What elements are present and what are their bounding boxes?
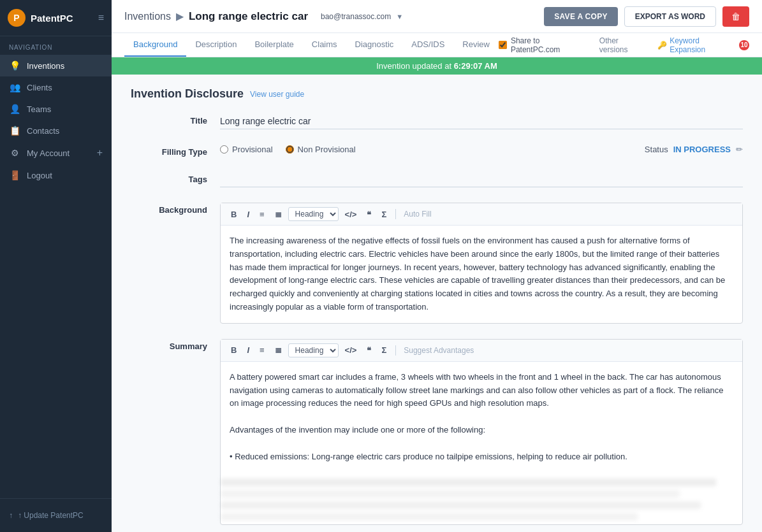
sidebar-item-my-account[interactable]: ⚙ My Account + bbox=[0, 141, 112, 164]
summary-heading-select[interactable]: Heading H1 H2 bbox=[288, 343, 339, 357]
sidebar-item-label: Teams bbox=[27, 104, 51, 114]
view-user-guide-link[interactable]: View user guide bbox=[250, 90, 304, 99]
tab-claims[interactable]: Claims bbox=[303, 33, 346, 57]
tab-description[interactable]: Description bbox=[186, 33, 245, 57]
save-copy-button[interactable]: SAVE A COPY bbox=[544, 7, 618, 26]
collapse-sidebar-button[interactable]: ≡ bbox=[98, 12, 104, 24]
tab-background[interactable]: Background bbox=[124, 33, 186, 57]
sidebar-item-contacts[interactable]: 📋 Contacts bbox=[0, 120, 112, 141]
bold-button[interactable]: B bbox=[227, 208, 240, 221]
user-email: bao@tranassoc.com bbox=[321, 12, 391, 21]
keyword-badge: 10 bbox=[739, 40, 749, 50]
tab-ads-ids[interactable]: ADS/IDS bbox=[402, 33, 453, 57]
topbar: Inventions ▶ Long range electric car bao… bbox=[112, 0, 762, 33]
tab-boilerplate[interactable]: Boilerplate bbox=[245, 33, 302, 57]
provisional-label: Provisional bbox=[232, 145, 273, 154]
filing-options: Provisional Non Provisional Status IN PR… bbox=[220, 145, 743, 154]
sidebar-item-inventions[interactable]: 💡 Inventions bbox=[0, 55, 112, 76]
breadcrumb-inventions[interactable]: Inventions bbox=[124, 11, 171, 22]
toolbar-divider bbox=[395, 209, 396, 219]
status-banner: Invention updated at 6:29:07 AM bbox=[112, 57, 762, 75]
provisional-radio[interactable] bbox=[220, 145, 228, 154]
tab-diagnostic[interactable]: Diagnostic bbox=[346, 33, 403, 57]
sidebar-item-label: Contacts bbox=[27, 126, 59, 136]
sidebar-header: P PatentPC ≡ bbox=[0, 0, 112, 36]
background-field: B I ≡ ≣ Heading H1 H2 H3 </> ❝ Σ bbox=[220, 203, 743, 324]
summary-content[interactable]: A battery powered smart car includes a f… bbox=[221, 362, 742, 473]
summary-sigma-button[interactable]: Σ bbox=[377, 343, 390, 357]
main-content: Inventions ▶ Long range electric car bao… bbox=[112, 0, 762, 532]
sidebar-item-logout[interactable]: 🚪 Logout bbox=[0, 164, 112, 186]
share-checkbox-input[interactable] bbox=[499, 41, 507, 49]
status-edit-icon[interactable]: ✏ bbox=[736, 145, 743, 154]
tags-field bbox=[220, 172, 743, 187]
summary-quote-button[interactable]: ❝ bbox=[363, 343, 375, 357]
code-button[interactable]: </> bbox=[341, 208, 361, 221]
my-account-icon: ⚙ bbox=[9, 148, 20, 158]
summary-editor: B I ≡ ≣ Heading H1 H2 </> ❝ Σ Sugge bbox=[220, 339, 743, 526]
teams-icon: 👤 bbox=[9, 104, 20, 114]
heading-select[interactable]: Heading H1 H2 H3 bbox=[288, 207, 339, 221]
title-field bbox=[220, 113, 743, 129]
auto-fill-button[interactable]: Auto Fill bbox=[404, 210, 431, 219]
non-provisional-radio[interactable] bbox=[286, 145, 294, 154]
tags-input[interactable] bbox=[220, 172, 743, 187]
keyword-icon: 🔑 bbox=[657, 41, 667, 50]
summary-code-button[interactable]: </> bbox=[341, 343, 361, 357]
content-area: Invention Disclosure View user guide Tit… bbox=[112, 75, 762, 532]
status-text: Invention updated at bbox=[376, 61, 453, 71]
non-provisional-label: Non Provisional bbox=[298, 145, 356, 154]
nav-label: NAVIGATION bbox=[0, 36, 112, 55]
background-row: Background B I ≡ ≣ Heading H1 H2 H3 bbox=[131, 203, 743, 324]
summary-row: Summary B I ≡ ≣ Heading H1 H2 </> bbox=[131, 339, 743, 526]
section-title: Invention Disclosure bbox=[131, 87, 244, 101]
export-word-button[interactable]: EXPORT AS WORD bbox=[624, 6, 716, 27]
inventions-icon: 💡 bbox=[9, 61, 20, 71]
update-icon: ↑ bbox=[9, 511, 13, 520]
share-checkbox-label[interactable]: Share to PatentPC.com bbox=[499, 36, 590, 54]
update-label: ↑ Update PatentPC bbox=[18, 511, 84, 520]
background-content[interactable]: The increasing awareness of the negative… bbox=[221, 226, 742, 323]
sidebar-item-label: Inventions bbox=[27, 61, 64, 71]
summary-ol-button[interactable]: ≣ bbox=[271, 343, 286, 357]
summary-label: Summary bbox=[131, 339, 220, 351]
app-name: PatentPC bbox=[31, 13, 73, 24]
summary-italic-button[interactable]: I bbox=[243, 343, 253, 357]
status-area: Status IN PROGRESS ✏ bbox=[645, 145, 743, 154]
title-label: Title bbox=[131, 113, 220, 126]
tab-review[interactable]: Review bbox=[453, 33, 499, 57]
sidebar-item-teams[interactable]: 👤 Teams bbox=[0, 98, 112, 120]
quote-button[interactable]: ❝ bbox=[363, 208, 375, 221]
sidebar-item-clients[interactable]: 👥 Clients bbox=[0, 76, 112, 98]
title-input[interactable] bbox=[220, 113, 743, 129]
ordered-list-button[interactable]: ≣ bbox=[271, 208, 286, 221]
sidebar-item-label: Logout bbox=[27, 171, 52, 180]
filing-type-row: Filling Type Provisional Non Provisional… bbox=[131, 145, 743, 157]
logo-area: P PatentPC bbox=[8, 9, 73, 27]
section-header: Invention Disclosure View user guide bbox=[131, 87, 743, 101]
suggest-advantages-button[interactable]: Suggest Advantages bbox=[404, 346, 474, 355]
tab-right-actions: Share to PatentPC.com Other versions 🔑 K… bbox=[499, 36, 749, 54]
italic-button[interactable]: I bbox=[243, 208, 253, 221]
tags-row: Tags bbox=[131, 172, 743, 187]
summary-bold-button[interactable]: B bbox=[227, 343, 240, 357]
add-account-button[interactable]: + bbox=[97, 147, 103, 159]
share-label-text: Share to PatentPC.com bbox=[511, 36, 590, 54]
delete-button[interactable]: 🗑 bbox=[722, 6, 749, 27]
sidebar-item-label: My Account bbox=[27, 148, 70, 158]
unordered-list-button[interactable]: ≡ bbox=[256, 208, 268, 221]
non-provisional-option[interactable]: Non Provisional bbox=[286, 145, 356, 154]
tags-label: Tags bbox=[131, 172, 220, 184]
summary-ul-button[interactable]: ≡ bbox=[256, 343, 268, 357]
user-dropdown-icon[interactable]: ▼ bbox=[396, 13, 403, 20]
other-versions-link[interactable]: Other versions bbox=[599, 36, 648, 54]
keyword-expansion-link[interactable]: 🔑 Keyword Expansion 10 bbox=[657, 36, 749, 54]
summary-toolbar-divider bbox=[395, 345, 396, 356]
contacts-icon: 📋 bbox=[9, 126, 20, 136]
provisional-option[interactable]: Provisional bbox=[220, 145, 273, 154]
sigma-button[interactable]: Σ bbox=[377, 208, 390, 221]
breadcrumb-arrow-icon: ▶ bbox=[176, 10, 184, 22]
update-patentpc-button[interactable]: ↑ ↑ Update PatentPC bbox=[0, 505, 112, 526]
keyword-expansion-label: Keyword Expansion bbox=[670, 36, 736, 54]
sidebar-item-label: Clients bbox=[27, 83, 52, 92]
